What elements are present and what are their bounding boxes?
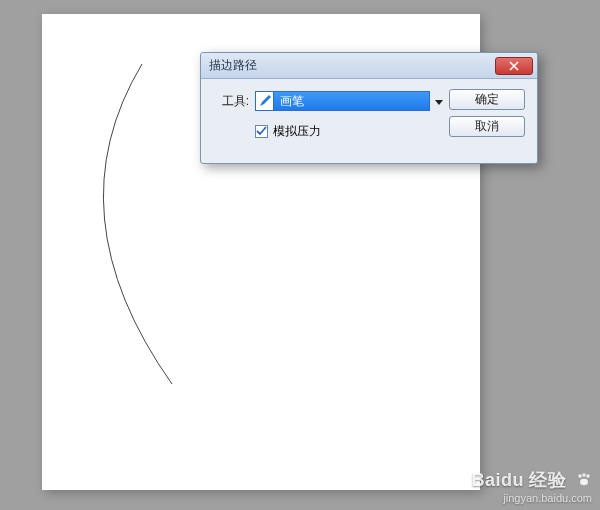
- checkmark-icon: [256, 126, 267, 137]
- cancel-button[interactable]: 取消: [449, 116, 525, 137]
- svg-point-3: [580, 478, 588, 485]
- chevron-down-icon[interactable]: [431, 92, 447, 112]
- svg-point-1: [582, 473, 585, 476]
- watermark: Baidu 经验 jingyan.baidu.com: [471, 468, 592, 504]
- stroke-path-dialog: 描边路径 工具: 画笔: [200, 52, 538, 164]
- watermark-brand: Baidu 经验: [471, 470, 566, 490]
- svg-point-0: [578, 474, 581, 477]
- brush-icon: [256, 92, 274, 110]
- svg-point-2: [586, 474, 589, 477]
- tool-label: 工具:: [213, 93, 249, 110]
- simulate-pressure-label: 模拟压力: [273, 123, 321, 140]
- dialog-title: 描边路径: [205, 57, 495, 74]
- watermark-url: jingyan.baidu.com: [471, 492, 592, 504]
- tool-dropdown[interactable]: 画笔: [255, 91, 430, 111]
- dialog-titlebar[interactable]: 描边路径: [201, 53, 537, 79]
- paw-icon: [576, 471, 592, 492]
- tool-selected-label: 画笔: [274, 93, 304, 110]
- close-button[interactable]: [495, 57, 533, 75]
- ok-button[interactable]: 确定: [449, 89, 525, 110]
- simulate-pressure-checkbox[interactable]: [255, 125, 268, 138]
- close-icon: [508, 61, 520, 71]
